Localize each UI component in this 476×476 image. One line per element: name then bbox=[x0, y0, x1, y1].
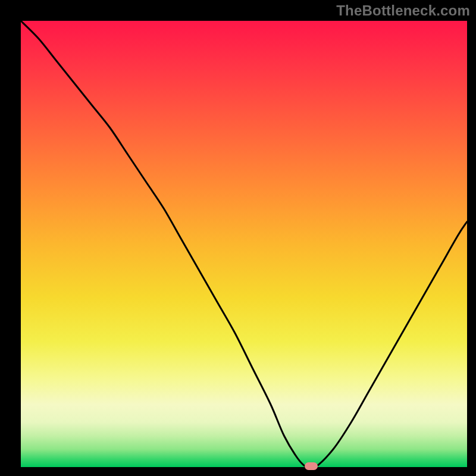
curve-layer bbox=[21, 21, 467, 467]
bottleneck-curve-path bbox=[21, 21, 467, 469]
plot-area bbox=[21, 21, 467, 467]
optimal-point-marker bbox=[305, 462, 318, 470]
chart-frame: TheBottleneck.com bbox=[0, 0, 476, 476]
attribution-text: TheBottleneck.com bbox=[336, 2, 470, 19]
